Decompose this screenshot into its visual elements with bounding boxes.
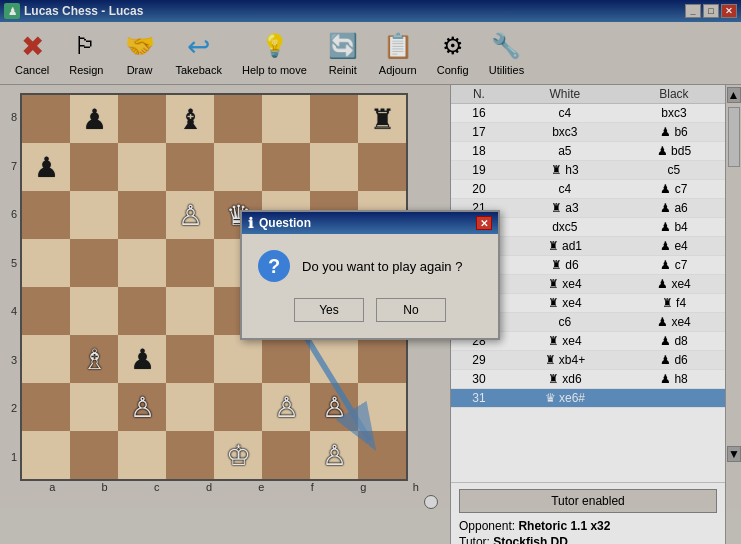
cell-c3[interactable]: ♟ — [118, 335, 166, 383]
table-row[interactable]: 30♜ xd6♟ h8 — [451, 370, 725, 389]
cell-a3[interactable] — [22, 335, 70, 383]
cell-e3[interactable] — [214, 335, 262, 383]
cell-f7[interactable] — [262, 143, 310, 191]
cell-b6[interactable] — [70, 191, 118, 239]
cell-d5[interactable] — [166, 239, 214, 287]
rank-labels: 8 7 6 5 4 3 2 1 — [8, 93, 20, 481]
cell-e1[interactable]: ♔ — [214, 431, 262, 479]
cell-h3[interactable] — [358, 335, 406, 383]
cell-b8[interactable]: ♟ — [70, 95, 118, 143]
help-to-move-button[interactable]: 💡 Help to move — [233, 26, 316, 80]
cell-a1[interactable] — [22, 431, 70, 479]
cell-g7[interactable] — [310, 143, 358, 191]
cell-d3[interactable] — [166, 335, 214, 383]
toolbar: ✖ Cancel 🏳 Resign 🤝 Draw ↩ Takeback 💡 He… — [0, 22, 741, 85]
cell-b3[interactable]: ♗ — [70, 335, 118, 383]
cell-b1[interactable] — [70, 431, 118, 479]
tutor-label: Tutor: — [459, 535, 493, 544]
opponent-value: Rhetoric 1.1 x32 — [518, 519, 610, 533]
cell-g2[interactable]: ♙ — [310, 383, 358, 431]
no-button[interactable]: No — [376, 298, 446, 322]
table-row[interactable]: 16c4bxc3 — [451, 104, 725, 123]
help-to-move-label: Help to move — [242, 64, 307, 76]
app-icon: ♟ — [4, 3, 20, 19]
minimize-button[interactable]: _ — [685, 4, 701, 18]
title-bar: ♟ Lucas Chess - Lucas _ □ ✕ — [0, 0, 741, 22]
table-row[interactable]: 17bxc3♟ b6 — [451, 123, 725, 142]
cell-c2[interactable]: ♙ — [118, 383, 166, 431]
cell-h1[interactable] — [358, 431, 406, 479]
scrollbar[interactable]: ▲ ▼ — [725, 85, 741, 544]
cell-b7[interactable] — [70, 143, 118, 191]
cell-d2[interactable] — [166, 383, 214, 431]
cell-c1[interactable] — [118, 431, 166, 479]
cell-a4[interactable] — [22, 287, 70, 335]
reinit-button[interactable]: 🔄 Reinit — [318, 26, 368, 80]
scrollbar-down[interactable]: ▼ — [727, 446, 741, 462]
cell-d4[interactable] — [166, 287, 214, 335]
tutor-value: Stockfish DD — [493, 535, 568, 544]
cell-a6[interactable] — [22, 191, 70, 239]
cell-d6[interactable]: ♙ — [166, 191, 214, 239]
cell-h7[interactable] — [358, 143, 406, 191]
cell-e8[interactable] — [214, 95, 262, 143]
cell-h8[interactable]: ♜ — [358, 95, 406, 143]
cell-d8[interactable]: ♝ — [166, 95, 214, 143]
cell-b5[interactable] — [70, 239, 118, 287]
cell-a7[interactable]: ♟ — [22, 143, 70, 191]
draw-button[interactable]: 🤝 Draw — [115, 26, 165, 80]
adjourn-icon: 📋 — [382, 30, 414, 62]
cell-d7[interactable] — [166, 143, 214, 191]
cancel-icon: ✖ — [16, 30, 48, 62]
cell-c5[interactable] — [118, 239, 166, 287]
dialog-body: ? Do you want to play again ? — [242, 234, 498, 298]
cell-c8[interactable] — [118, 95, 166, 143]
cell-f3[interactable] — [262, 335, 310, 383]
cell-d1[interactable] — [166, 431, 214, 479]
resign-icon: 🏳 — [70, 30, 102, 62]
utilities-button[interactable]: 🔧 Utilities — [480, 26, 533, 80]
dialog-title-text: Question — [259, 216, 476, 230]
cell-h2[interactable] — [358, 383, 406, 431]
scrollbar-up[interactable]: ▲ — [727, 87, 741, 103]
cell-b2[interactable] — [70, 383, 118, 431]
table-row[interactable]: 19♜ h3c5 — [451, 161, 725, 180]
cell-a2[interactable] — [22, 383, 70, 431]
cell-g1[interactable]: ♙ — [310, 431, 358, 479]
adjourn-button[interactable]: 📋 Adjourn — [370, 26, 426, 80]
cell-c7[interactable] — [118, 143, 166, 191]
cell-a8[interactable] — [22, 95, 70, 143]
cell-e7[interactable] — [214, 143, 262, 191]
col-white: White — [507, 85, 623, 104]
cell-c6[interactable] — [118, 191, 166, 239]
takeback-button[interactable]: ↩ Takeback — [167, 26, 231, 80]
resign-button[interactable]: 🏳 Resign — [60, 26, 112, 80]
cancel-button[interactable]: ✖ Cancel — [6, 26, 58, 80]
window-title: Lucas Chess - Lucas — [24, 4, 685, 18]
cell-a5[interactable] — [22, 239, 70, 287]
help-to-move-icon: 💡 — [258, 30, 290, 62]
cell-e2[interactable] — [214, 383, 262, 431]
cell-f1[interactable] — [262, 431, 310, 479]
table-row[interactable]: 20c4♟ c7 — [451, 180, 725, 199]
cell-f2[interactable]: ♙ — [262, 383, 310, 431]
close-button[interactable]: ✕ — [721, 4, 737, 18]
scrollbar-thumb[interactable] — [728, 107, 740, 167]
dialog-close-button[interactable]: ✕ — [476, 216, 492, 230]
maximize-button[interactable]: □ — [703, 4, 719, 18]
takeback-icon: ↩ — [183, 30, 215, 62]
cell-b4[interactable] — [70, 287, 118, 335]
draw-label: Draw — [127, 64, 153, 76]
yes-button[interactable]: Yes — [294, 298, 364, 322]
cell-c4[interactable] — [118, 287, 166, 335]
window-controls: _ □ ✕ — [685, 4, 737, 18]
tutor-enabled-button[interactable]: Tutor enabled — [459, 489, 717, 513]
table-row[interactable]: 29♜ xb4+♟ d6 — [451, 351, 725, 370]
cell-g8[interactable] — [310, 95, 358, 143]
cell-f8[interactable] — [262, 95, 310, 143]
table-row[interactable]: 31♛ xe6# — [451, 389, 725, 408]
takeback-label: Takeback — [176, 64, 222, 76]
config-button[interactable]: ⚙ Config — [428, 26, 478, 80]
table-row[interactable]: 18a5♟ bd5 — [451, 142, 725, 161]
cell-g3[interactable] — [310, 335, 358, 383]
